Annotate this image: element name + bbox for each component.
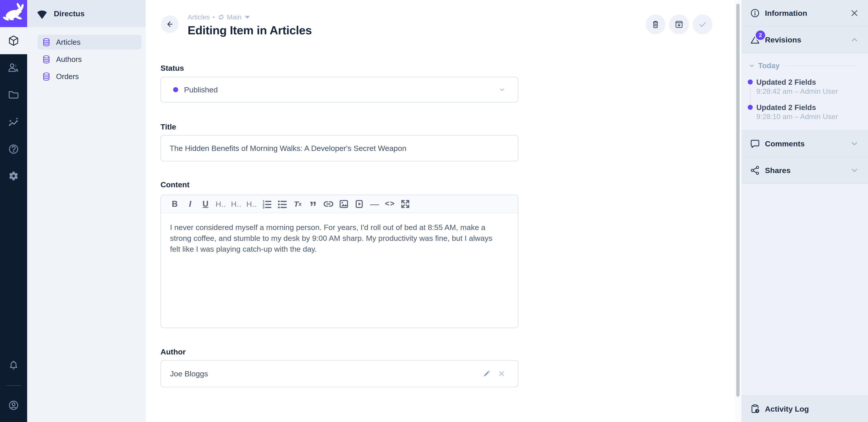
info-sidebar: Information 2 Revisions xyxy=(741,0,868,422)
heading2-button[interactable]: H.. xyxy=(229,197,243,211)
revisions-section[interactable]: 2 Revisions xyxy=(741,27,868,53)
navigation-sidebar: Directus Articles Authors xyxy=(27,0,146,422)
revision-entry[interactable]: Updated 2 Fields 9:28:42 am – Admin User xyxy=(741,78,868,96)
breadcrumb-collection[interactable]: Articles xyxy=(188,13,210,21)
project-name: Directus xyxy=(54,9,85,18)
module-docs[interactable] xyxy=(0,135,27,163)
fullscreen-icon xyxy=(400,199,410,209)
delete-button[interactable] xyxy=(646,14,665,34)
main-content: Articles • Main Editing Item in Articles xyxy=(146,0,741,422)
code-button[interactable]: <> xyxy=(383,197,397,211)
project-row[interactable]: Directus xyxy=(27,0,146,27)
close-icon[interactable] xyxy=(849,8,860,19)
share-icon xyxy=(749,165,761,176)
revisions-group-label: Today xyxy=(758,61,780,70)
archive-icon xyxy=(674,20,684,29)
nav-item-label: Articles xyxy=(56,38,81,46)
bell-icon xyxy=(8,360,20,371)
account-circle-icon xyxy=(8,399,20,411)
save-button[interactable] xyxy=(692,14,712,34)
underline-button[interactable]: U xyxy=(198,197,213,211)
bold-glyph: B xyxy=(172,199,178,209)
hr-glyph: — xyxy=(370,199,379,209)
users-icon xyxy=(8,62,20,74)
app-window: Directus Articles Authors xyxy=(0,0,868,422)
horizontal-rule-button[interactable]: — xyxy=(368,197,381,211)
media-button[interactable] xyxy=(352,197,366,211)
author-field[interactable]: Joe Bloggs xyxy=(160,360,518,387)
editor-body[interactable]: I never considered myself a morning pers… xyxy=(161,213,518,328)
chevron-down-icon[interactable] xyxy=(849,165,860,176)
revisions-count-badge: 2 xyxy=(754,29,766,41)
help-icon xyxy=(8,143,20,155)
content-label: Content xyxy=(160,180,189,189)
revisions-list: Today Updated 2 Fields 9:28:42 am – Admi… xyxy=(741,53,868,131)
information-label: Information xyxy=(765,9,807,18)
chevron-down-icon xyxy=(748,62,756,70)
user-menu-button[interactable] xyxy=(0,392,27,419)
svg-text:3: 3 xyxy=(263,205,265,209)
nav-item-articles[interactable]: Articles xyxy=(37,35,142,50)
module-content[interactable] xyxy=(0,27,27,54)
scrollbar-thumb[interactable] xyxy=(736,4,740,397)
nav-item-label: Orders xyxy=(56,72,79,81)
edit-pencil-icon[interactable] xyxy=(482,369,491,378)
revision-entry[interactable]: Updated 2 Fields 9:28:10 am – Admin User xyxy=(741,103,868,121)
module-insights[interactable] xyxy=(0,108,27,135)
activity-log-label: Activity Log xyxy=(765,404,809,414)
deselect-icon[interactable] xyxy=(497,369,506,378)
clear-format-button[interactable]: Tx xyxy=(291,197,305,211)
breadcrumb[interactable]: Articles • Main xyxy=(188,13,312,22)
comments-section[interactable]: Comments xyxy=(741,131,868,157)
link-button[interactable] xyxy=(321,197,336,211)
archive-button[interactable] xyxy=(669,14,689,34)
editor-toolbar: B I U H.. H.. H.. 1 2 3 xyxy=(161,195,518,213)
chevron-up-icon[interactable] xyxy=(849,34,860,45)
content-cube-icon xyxy=(8,35,20,46)
bold-button[interactable]: B xyxy=(168,197,182,211)
numbered-list-button[interactable]: 1 2 3 xyxy=(260,197,274,211)
breadcrumb-version[interactable]: Main xyxy=(227,13,241,21)
title-field[interactable]: The Hidden Benefits of Morning Walks: A … xyxy=(160,135,518,161)
comment-icon xyxy=(749,138,761,149)
version-caret-icon xyxy=(245,16,250,19)
wysiwyg-editor[interactable]: B I U H.. H.. H.. 1 2 3 xyxy=(160,195,518,328)
revision-meta: 9:28:10 am – Admin User xyxy=(756,112,868,121)
collection-nav: Articles Authors Orders xyxy=(27,27,146,86)
chevron-down-icon[interactable] xyxy=(849,138,860,149)
fullscreen-button[interactable] xyxy=(398,197,412,211)
blockquote-button[interactable]: ” xyxy=(306,195,320,214)
italic-button[interactable]: I xyxy=(183,197,197,211)
image-button[interactable] xyxy=(337,197,351,211)
information-section[interactable]: Information xyxy=(741,0,868,27)
check-icon xyxy=(698,20,708,29)
revisions-group-header[interactable]: Today xyxy=(741,61,868,70)
nav-item-authors[interactable]: Authors xyxy=(37,52,142,67)
module-user-directory[interactable] xyxy=(0,54,27,81)
status-value: Published xyxy=(184,86,218,94)
back-button[interactable] xyxy=(161,15,179,33)
status-field[interactable]: Published xyxy=(160,77,518,103)
database-icon xyxy=(41,55,51,64)
status-label: Status xyxy=(160,64,184,72)
heading1-button[interactable]: H.. xyxy=(214,197,228,211)
module-file-library[interactable] xyxy=(0,81,27,108)
nav-item-orders[interactable]: Orders xyxy=(37,69,142,84)
notifications-button[interactable] xyxy=(0,352,27,379)
directus-logo[interactable] xyxy=(0,0,27,27)
module-bar xyxy=(0,0,27,422)
shares-section[interactable]: Shares xyxy=(741,157,868,184)
activity-log-section[interactable]: Activity Log xyxy=(741,395,868,422)
page-header: Articles • Main Editing Item in Articles xyxy=(188,13,312,37)
revision-connector xyxy=(750,89,751,106)
revision-title: Updated 2 Fields xyxy=(756,78,868,87)
quote-glyph: ” xyxy=(309,205,317,209)
module-settings[interactable] xyxy=(0,163,27,190)
group-divider xyxy=(785,66,857,66)
info-icon xyxy=(749,8,761,19)
heading3-glyph: H.. xyxy=(246,200,257,208)
database-icon xyxy=(41,72,51,81)
gear-icon xyxy=(8,170,20,182)
heading3-button[interactable]: H.. xyxy=(245,197,258,211)
bullet-list-button[interactable] xyxy=(275,197,289,211)
